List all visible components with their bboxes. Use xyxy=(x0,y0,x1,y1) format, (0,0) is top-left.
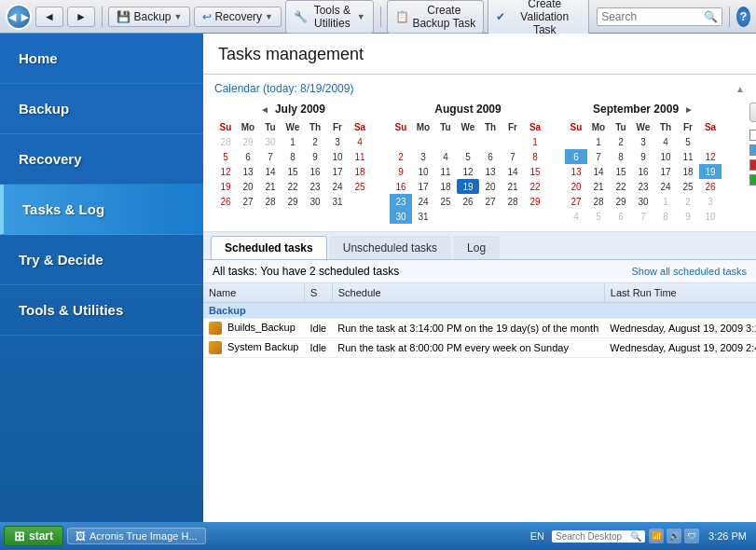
col-schedule[interactable]: Schedule xyxy=(332,283,604,303)
tasks-summary-bar: All tasks: You have 2 scheduled tasks Sh… xyxy=(203,260,756,283)
sidebar-item-backup[interactable]: Backup xyxy=(0,84,203,134)
table-header-row: Name S Schedule Last Run Time Last Re...… xyxy=(203,283,756,303)
forward-button[interactable]: ► xyxy=(67,7,95,27)
sidebar-item-try-decide[interactable]: Try & Decide xyxy=(0,235,203,285)
legend-failed: Failed xyxy=(749,159,756,171)
backup-button[interactable]: 💾 Backup ▼ xyxy=(108,7,190,27)
tab-log[interactable]: Log xyxy=(453,236,500,259)
successful-swatch xyxy=(749,174,756,186)
backup-arrow-icon: ▼ xyxy=(174,12,183,21)
main-layout: Home Backup Recovery Tasks & Log Try & D… xyxy=(0,34,756,522)
task-name-builds: Builds_Backup xyxy=(203,319,304,338)
page-title: Tasks management xyxy=(218,45,741,64)
sidebar-item-recovery[interactable]: Recovery xyxy=(0,134,203,185)
taskbar-system-icons: 📶 🔊 🛡 xyxy=(649,529,699,543)
taskbar: ⊞ start 🖼 Acronis True Image H... EN 🔍 📶… xyxy=(0,522,756,550)
col-last-run-time[interactable]: Last Run Time xyxy=(604,283,756,303)
taskbar-lang: EN xyxy=(527,530,548,542)
selected-date-swatch xyxy=(749,130,756,141)
network-icon: 📶 xyxy=(649,529,664,543)
tab-unscheduled-tasks[interactable]: Unscheduled tasks xyxy=(329,236,451,259)
task-schedule-builds: Run the task at 3:14:00 PM on the 19 day… xyxy=(332,319,604,338)
security-icon: 🛡 xyxy=(684,529,699,543)
failed-swatch xyxy=(749,159,756,171)
windows-icon: ⊞ xyxy=(14,529,25,543)
search-icon[interactable]: 🔍 xyxy=(704,10,718,23)
tasks-summary-text: All tasks: You have 2 scheduled tasks xyxy=(213,265,399,278)
task-last-run-builds: Wednesday, August 19, 2009 3:14:01 PM xyxy=(604,319,756,338)
search-box: 🔍 xyxy=(597,7,722,26)
content-header: Tasks management xyxy=(203,34,756,75)
sidebar-item-tools-utilities[interactable]: Tools & Utilities xyxy=(0,285,203,336)
tools-arrow-icon: ▼ xyxy=(357,12,365,21)
calendar-september: September 2009 ► SuMoTuWeThFrSa xyxy=(565,103,722,224)
sidebar-tasks-log-label: Tasks & Log xyxy=(22,201,104,217)
col-name[interactable]: Name xyxy=(203,283,304,303)
recovery-arrow-icon: ▼ xyxy=(265,12,273,21)
volume-icon: 🔊 xyxy=(667,529,681,543)
tools-button[interactable]: 🔧 Tools & Utilities ▼ xyxy=(285,0,374,34)
scheduled-task-swatch xyxy=(749,144,756,156)
col-status[interactable]: S xyxy=(304,283,332,303)
separator-2 xyxy=(380,7,381,27)
task-status-builds: Idle xyxy=(304,319,332,338)
task-row-system-backup[interactable]: System Backup Idle Run the task at 8:00:… xyxy=(203,338,756,358)
task-icon-system xyxy=(209,341,222,354)
create-backup-task-button[interactable]: 📋 Create Backup Task xyxy=(387,0,484,34)
separator-1 xyxy=(102,7,103,27)
taskbar-time: 3:26 PM xyxy=(703,530,752,542)
taskbar-search-input[interactable] xyxy=(556,531,630,542)
august-title: August 2009 xyxy=(434,103,501,116)
sidebar-item-tasks-log[interactable]: Tasks & Log xyxy=(0,185,203,235)
group-row-backup: Backup xyxy=(203,303,756,319)
sidebar-home-label: Home xyxy=(19,50,58,66)
tasks-section: Name S Schedule Last Run Time Last Re...… xyxy=(203,283,756,358)
tabs-bar: Scheduled tasks Unscheduled tasks Log xyxy=(203,232,756,260)
august-table: SuMoTuWeThFrSa 1 2345678 xyxy=(390,119,546,224)
sidebar: Home Backup Recovery Tasks & Log Try & D… xyxy=(0,34,203,522)
september-title: September 2009 xyxy=(593,103,679,116)
september-table: SuMoTuWeThFrSa 12345 6789101112 xyxy=(565,119,722,224)
task-schedule-system: Run the task at 8:00:00 PM every week on… xyxy=(332,338,604,358)
today-button[interactable]: 📅 Today xyxy=(749,103,756,122)
sidebar-recovery-label: Recovery xyxy=(19,151,82,167)
taskbar-search-icon[interactable]: 🔍 xyxy=(630,531,641,542)
task-status-system: Idle xyxy=(304,338,332,358)
show-all-scheduled-button[interactable]: Show all scheduled tasks xyxy=(631,266,747,277)
taskbar-window-acronis[interactable]: 🖼 Acronis True Image H... xyxy=(67,528,206,544)
recovery-button[interactable]: ↩ Recovery ▼ xyxy=(194,7,282,27)
prev-month-icon[interactable]: ◄ xyxy=(260,104,269,115)
calendar-link[interactable]: Calendar (today: 8/19/2009) xyxy=(214,82,353,95)
july-table: SuMoTuWeThFrSa 2829301234 567891011 xyxy=(214,119,371,209)
toolbar: ◄► ◄ ► 💾 Backup ▼ ↩ Recovery ▼ 🔧 Tools &… xyxy=(0,0,756,34)
task-row-builds-backup[interactable]: Builds_Backup Idle Run the task at 3:14:… xyxy=(203,319,756,338)
sidebar-try-decide-label: Try & Decide xyxy=(19,252,103,268)
back-button[interactable]: ◄ xyxy=(35,7,63,27)
calendar-section: Calendar (today: 8/19/2009) ▲ ◄ July 200… xyxy=(203,75,756,232)
task-name-system: System Backup xyxy=(203,338,304,358)
help-button[interactable]: ? xyxy=(736,7,750,27)
calendar-grid: ◄ July 2009 SuMoTuWeThFrSa 2 xyxy=(214,103,745,224)
calendar-august: August 2009 SuMoTuWeThFrSa 1 xyxy=(390,103,546,224)
separator-3 xyxy=(729,7,730,27)
legend-scheduled-task: Scheduled task xyxy=(749,144,756,156)
calendar-legend: 📅 Today Selected date Scheduled task xyxy=(749,103,756,186)
sidebar-item-home[interactable]: Home xyxy=(0,34,203,84)
next-month-icon[interactable]: ► xyxy=(684,104,694,115)
legend-successful: Successful xyxy=(749,174,756,186)
legend-selected-date: Selected date xyxy=(749,130,756,141)
acronis-icon: 🖼 xyxy=(76,530,86,542)
july-title: July 2009 xyxy=(275,103,325,116)
task-icon-builds xyxy=(209,322,222,335)
content-area: Tasks management Calendar (today: 8/19/2… xyxy=(203,34,756,522)
start-button[interactable]: ⊞ start xyxy=(4,526,63,546)
calendar-collapse-icon[interactable]: ▲ xyxy=(735,84,745,94)
sidebar-backup-label: Backup xyxy=(19,101,69,117)
app-logo: ◄► xyxy=(6,4,32,30)
calendar-july: ◄ July 2009 SuMoTuWeThFrSa 2 xyxy=(214,103,371,209)
search-input[interactable] xyxy=(601,10,704,23)
tab-scheduled-tasks[interactable]: Scheduled tasks xyxy=(211,236,327,259)
taskbar-search-box: 🔍 xyxy=(552,530,645,543)
group-label: Backup xyxy=(203,303,756,319)
task-last-run-system: Wednesday, August 19, 2009 2:40:33 PM xyxy=(604,338,756,358)
